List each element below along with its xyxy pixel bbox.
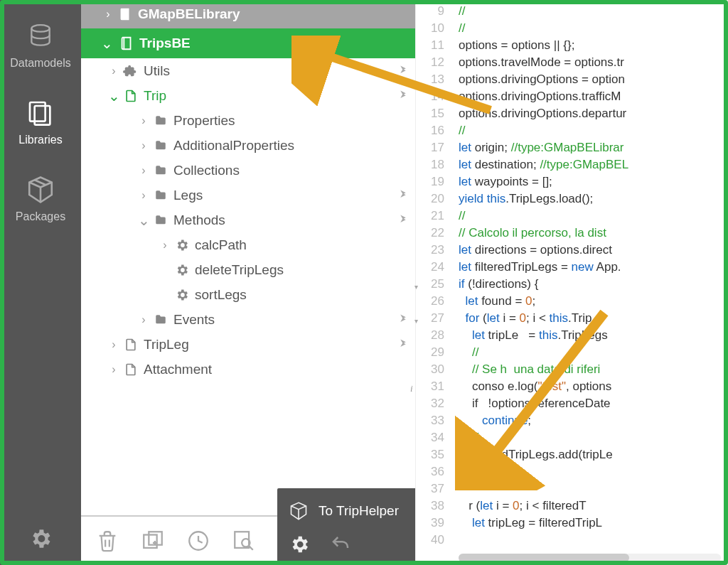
tree-method-sortlegs[interactable]: sortLegs (81, 282, 415, 307)
tree-method-deletetriplegs[interactable]: deleteTripLegs (81, 257, 415, 282)
code-editor[interactable]: 910111213141516171819202122232425▾2627▾2… (415, 0, 728, 565)
undo-icon[interactable] (330, 534, 351, 555)
copy-icon[interactable] (141, 529, 165, 553)
chevron-right-icon: › (101, 8, 115, 21)
chevron-right-icon: › (136, 114, 151, 127)
sidebar-item-label: Libraries (18, 134, 62, 146)
book-icon (117, 36, 136, 51)
svg-point-0 (31, 25, 49, 32)
extension-badge-icon (397, 65, 415, 77)
database-icon (23, 21, 58, 51)
tree-folder-events[interactable]: › Events (81, 307, 415, 332)
chevron-right-icon: › (107, 338, 121, 351)
library-icon (23, 98, 58, 128)
tree-item-utils[interactable]: › Utils (81, 58, 415, 83)
chevron-right-icon: › (136, 189, 151, 202)
sidebar-item-datamodels[interactable]: Datamodels (10, 21, 70, 70)
sidebar-item-packages[interactable]: Packages (16, 175, 65, 223)
chevron-right-icon: › (158, 239, 172, 252)
folder-icon (151, 164, 171, 177)
folder-icon (151, 139, 171, 152)
folder-icon (151, 214, 171, 227)
folder-icon (151, 189, 171, 202)
tree-bottom-toolbar: To TripHelper (81, 515, 415, 565)
gear-icon (172, 288, 192, 302)
chevron-right-icon: › (107, 65, 121, 77)
settings-button[interactable] (28, 527, 53, 551)
sidebar-item-label: Packages (16, 210, 65, 223)
chevron-right-icon: › (107, 363, 121, 376)
document-icon (121, 88, 141, 104)
sidebar-item-libraries[interactable]: Libraries (18, 98, 62, 146)
tree-item-attachment[interactable]: › Attachment (81, 357, 415, 382)
tree-library-tripsbe[interactable]: ⌄ TripsBE (81, 28, 415, 58)
extension-badge-icon (397, 338, 415, 351)
tree-folder-properties[interactable]: › Properties (81, 108, 415, 133)
tree-folder-additional[interactable]: › AdditionalProperties (81, 133, 415, 158)
extension-badge-icon (397, 214, 415, 227)
editor-content[interactable]: ////options = options || {};options.trav… (459, 3, 728, 549)
document-icon (121, 337, 141, 353)
gear-icon (172, 238, 192, 252)
panel-gear-button[interactable] (289, 534, 310, 555)
package-icon (289, 501, 309, 521)
tree-item-trip[interactable]: ⌄ Trip (81, 83, 415, 108)
history-icon[interactable] (186, 529, 210, 553)
extension-badge-icon (397, 313, 415, 326)
chevron-down-icon: ⌄ (107, 87, 121, 104)
chevron-right-icon: › (136, 313, 151, 326)
gear-icon (172, 263, 192, 277)
project-tree-panel: › GMapBELibrary ⌄ TripsBE › Utils (81, 0, 415, 565)
horizontal-scrollbar[interactable] (459, 554, 721, 562)
folder-icon (151, 313, 171, 326)
search-icon[interactable] (232, 529, 256, 553)
document-icon (121, 362, 141, 377)
tree-folder-legs[interactable]: › Legs (81, 183, 415, 208)
chevron-down-icon: ⌄ (136, 212, 151, 229)
trash-icon[interactable] (95, 529, 119, 553)
tree-folder-methods[interactable]: ⌄ Methods (81, 208, 415, 232)
sidebar-item-label: Datamodels (10, 57, 70, 70)
editor-gutter: 910111213141516171819202122232425▾2627▾2… (416, 0, 451, 549)
chevron-right-icon: › (136, 139, 151, 152)
package-icon (23, 175, 58, 205)
book-icon (115, 6, 135, 22)
navigation-sidebar: Datamodels Libraries Packages (0, 0, 81, 565)
extension-badge-icon (397, 189, 415, 202)
tree-folder-collections[interactable]: › Collections (81, 158, 415, 183)
tree-library-gmap[interactable]: › GMapBELibrary (81, 0, 415, 28)
puzzle-icon (121, 63, 141, 79)
extension-badge-icon (397, 90, 415, 102)
folder-icon (151, 114, 171, 127)
chevron-down-icon: ⌄ (97, 35, 117, 52)
chevron-right-icon: › (136, 164, 151, 177)
tree-method-calcpath[interactable]: › calcPath (81, 232, 415, 257)
tree-item-tripleg[interactable]: › TripLeg (81, 332, 415, 357)
